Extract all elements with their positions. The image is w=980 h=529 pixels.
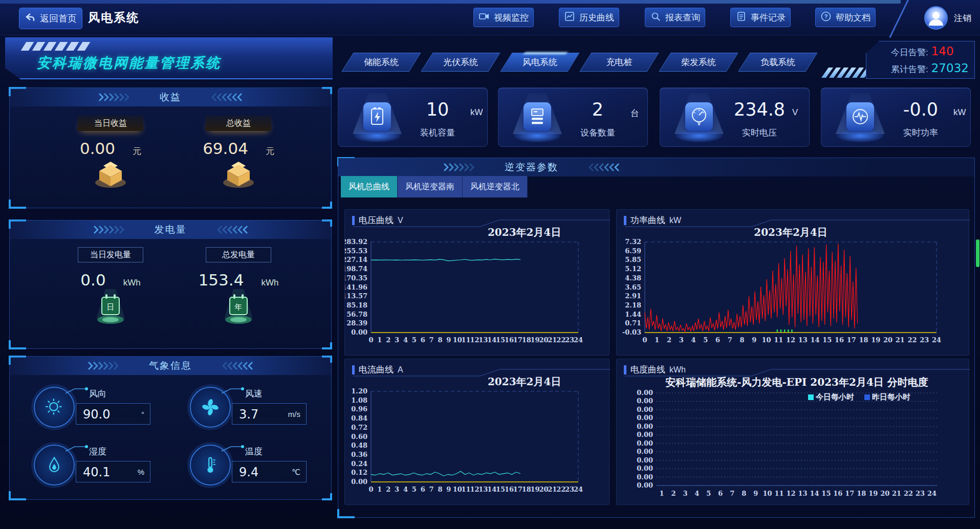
current-chart-unit: A: [398, 365, 403, 374]
weather-panel: 气象信息 风向 90.0 ° 风速: [9, 356, 332, 500]
svg-text:16: 16: [505, 486, 514, 493]
help-doc-button[interactable]: ? 帮助文档: [815, 8, 876, 27]
svg-text:6: 6: [718, 490, 723, 497]
svg-text:22: 22: [907, 336, 917, 344]
scrollbar-thumb[interactable]: [976, 239, 979, 267]
income-panel: 收益 当日收益 0.00 元 总收益 69: [9, 87, 332, 208]
svg-text:15: 15: [496, 486, 505, 493]
title-bar-decor: [352, 216, 355, 225]
svg-text:14: 14: [487, 486, 496, 493]
gold-box-icon: [93, 158, 128, 189]
svg-text:6: 6: [421, 486, 425, 493]
svg-text:0.36: 0.36: [351, 451, 367, 458]
system-tab-load[interactable]: 负载系统: [738, 53, 817, 72]
svg-text:13: 13: [478, 336, 488, 344]
svg-text:10: 10: [453, 486, 462, 493]
total-income-label: 总收益: [206, 116, 271, 131]
svg-text:2.91: 2.91: [625, 292, 641, 300]
svg-text:0.00: 0.00: [637, 397, 653, 405]
report-query-button[interactable]: 报表查询: [645, 8, 705, 27]
svg-text:283.92: 283.92: [345, 238, 367, 246]
svg-text:4.38: 4.38: [625, 274, 641, 282]
voltage-chart: 2023年2月4日283.92255.53227.14198.74170.351…: [345, 210, 610, 356]
svg-text:0.00: 0.00: [637, 473, 653, 481]
svg-text:17: 17: [513, 486, 522, 493]
svg-text:4: 4: [691, 336, 695, 344]
svg-text:17: 17: [513, 336, 522, 344]
svg-text:昨日每小时: 昨日每小时: [872, 392, 910, 402]
wind-direction-item: 风向 90.0 °: [34, 387, 177, 428]
system-tab-diesel[interactable]: 柴发系统: [659, 53, 738, 72]
svg-text:19: 19: [531, 336, 540, 344]
svg-text:0: 0: [368, 486, 373, 493]
svg-text:4: 4: [403, 486, 408, 493]
svg-text:20: 20: [539, 336, 548, 344]
svg-text:24: 24: [932, 336, 941, 344]
svg-text:56.78: 56.78: [346, 311, 367, 318]
svg-text:5: 5: [703, 336, 708, 344]
realtime-power-card: -0.0 kW 实时功率: [821, 87, 971, 147]
income-panel-title: 收益: [160, 91, 181, 104]
inverter-panel-title: 逆变器参数: [505, 161, 558, 174]
svg-text:22: 22: [904, 490, 913, 497]
title-bar-decor: [352, 365, 355, 374]
banner-stripes-decor: [24, 42, 88, 51]
device-count-label: 设备数量: [566, 127, 629, 139]
video-monitor-button[interactable]: 视频监控: [473, 8, 534, 27]
svg-text:9: 9: [753, 490, 758, 497]
svg-text:0.00: 0.00: [637, 389, 653, 396]
svg-text:8: 8: [438, 486, 442, 493]
logout-button[interactable]: 注销: [954, 12, 971, 24]
realtime-power-value: -0.0: [892, 99, 949, 120]
top-diagonal-divider: [889, 0, 909, 38]
system-tab-charger[interactable]: 充电桩: [579, 53, 659, 72]
installed-capacity-card: 10 kW 装机容量: [338, 87, 488, 147]
svg-text:5: 5: [412, 486, 417, 493]
svg-text:12: 12: [786, 336, 795, 344]
svg-text:0.00: 0.00: [637, 406, 653, 413]
system-tab-storage[interactable]: 储能系统: [341, 53, 421, 72]
title-bar-decor: [624, 365, 626, 374]
current-chart-tile: 电流曲线 A 2023年2月4日1.201.080.960.840.720.60…: [344, 359, 609, 505]
svg-text:2: 2: [386, 486, 390, 493]
svg-text:0.71: 0.71: [625, 319, 641, 327]
chevrons-left-icon: [206, 362, 253, 370]
svg-text:3: 3: [683, 490, 687, 497]
svg-text:21: 21: [548, 336, 557, 344]
svg-text:5.12: 5.12: [625, 265, 641, 273]
report-query-label: 报表查询: [665, 12, 700, 24]
system-tab-pv[interactable]: 光伏系统: [421, 53, 500, 72]
svg-text:20: 20: [539, 486, 548, 493]
svg-text:13: 13: [798, 336, 808, 344]
temperature-label: 温度: [245, 446, 263, 457]
brand-title: 安科瑞微电网能量管理系统: [37, 54, 221, 72]
chevrons-left-icon: [573, 163, 620, 171]
total-income-group: 总收益 69.04 元: [175, 116, 302, 189]
user-avatar[interactable]: [924, 6, 948, 30]
wind-speed-value: 3.7: [239, 407, 258, 422]
back-home-button[interactable]: 返回首页: [19, 8, 82, 29]
svg-text:2: 2: [386, 336, 390, 344]
svg-text:-0.03: -0.03: [622, 328, 641, 336]
energy-chart-unit: kWh: [669, 365, 686, 374]
svg-text:1.44: 1.44: [625, 311, 641, 318]
daily-generation-unit: kWh: [123, 278, 141, 288]
total-generation-unit: kWh: [261, 278, 278, 288]
tab-turbine-total-curve[interactable]: 风机总曲线: [341, 176, 398, 197]
svg-text:113.57: 113.57: [345, 292, 367, 300]
alarm-summary: 今日告警: 140 累计告警: 27032: [866, 41, 975, 79]
svg-text:3: 3: [395, 336, 399, 344]
tab-inverter-south[interactable]: 风机逆变器南: [398, 176, 463, 197]
svg-text:0.72: 0.72: [351, 424, 367, 431]
svg-text:21: 21: [892, 490, 901, 497]
svg-text:13: 13: [798, 490, 807, 497]
realtime-voltage-card: V 234.8 V 实时电压: [660, 87, 810, 147]
device-count-unit: 台: [630, 107, 639, 119]
tab-inverter-north[interactable]: 风机逆变器北: [463, 176, 528, 197]
event-log-button[interactable]: 事件记录: [730, 8, 791, 27]
history-curve-button[interactable]: 历史曲线: [559, 8, 619, 27]
search-icon: [650, 11, 661, 25]
svg-text:2.18: 2.18: [625, 301, 641, 309]
system-tab-wind[interactable]: 风电系统: [500, 53, 579, 72]
svg-text:8: 8: [742, 490, 746, 497]
